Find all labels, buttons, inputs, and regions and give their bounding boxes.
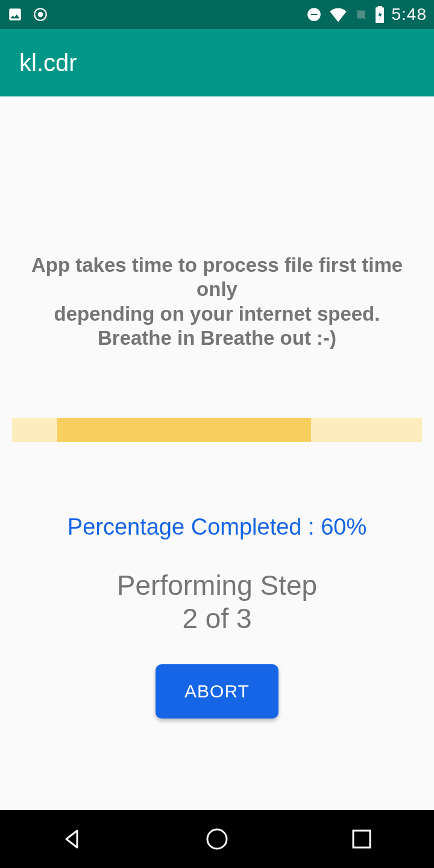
svg-point-7 xyxy=(207,829,227,849)
nav-recent-button[interactable] xyxy=(348,826,375,852)
nav-bar xyxy=(0,810,434,868)
status-bar: 5:48 xyxy=(0,0,434,29)
svg-rect-3 xyxy=(310,14,317,15)
do-not-disturb-icon xyxy=(306,7,322,22)
app-bar: kl.cdr xyxy=(0,29,434,96)
percentage-completed-label: Percentage Completed : 60% xyxy=(68,514,366,540)
svg-point-1 xyxy=(39,13,43,17)
status-left-icons xyxy=(7,7,48,22)
battery-charging-icon xyxy=(375,6,385,23)
svg-rect-8 xyxy=(353,831,370,848)
app-title: kl.cdr xyxy=(19,49,77,77)
info-message: App takes time to process file first tim… xyxy=(12,253,422,350)
no-sim-icon xyxy=(354,7,368,22)
status-right-icons: 5:48 xyxy=(306,5,427,24)
abort-button[interactable]: ABORT xyxy=(156,664,278,719)
performing-step-label: Performing Step 2 of 3 xyxy=(117,569,317,635)
progress-bar-fill xyxy=(57,418,312,442)
progress-bar xyxy=(12,418,422,442)
image-icon xyxy=(7,7,23,22)
status-clock: 5:48 xyxy=(392,5,427,24)
nav-back-button[interactable] xyxy=(59,826,86,852)
nav-home-button[interactable] xyxy=(204,826,230,852)
svg-rect-6 xyxy=(377,6,382,8)
circle-dot-icon xyxy=(33,7,48,22)
wifi-icon xyxy=(329,7,347,22)
main-content: App takes time to process file first tim… xyxy=(0,96,434,810)
